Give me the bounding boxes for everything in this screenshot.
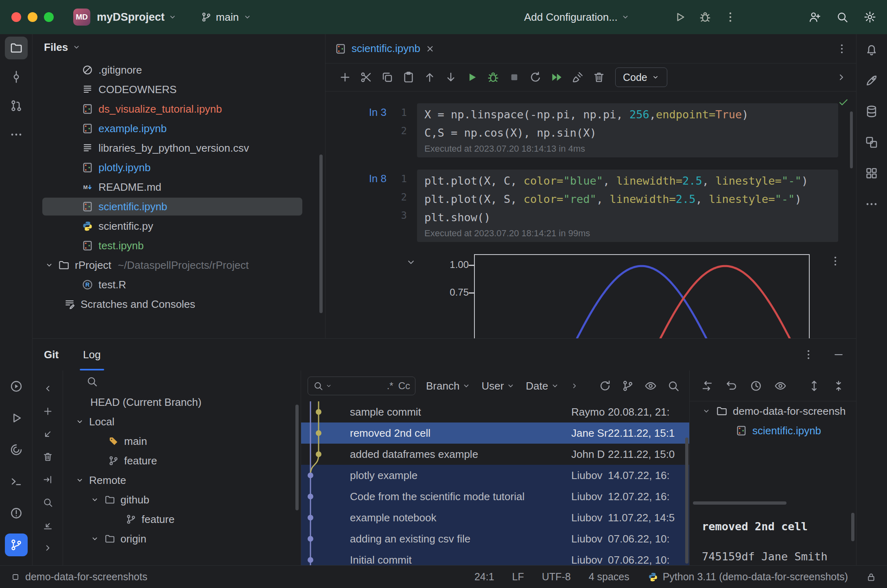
match-case-toggle[interactable]: Cc xyxy=(398,380,410,392)
file-tree-item[interactable]: test.ipynb xyxy=(33,236,325,255)
project-selector[interactable]: myDSproject xyxy=(97,11,177,24)
copy-button[interactable] xyxy=(377,68,398,87)
editor-scrollbar[interactable] xyxy=(850,111,853,168)
commit-row[interactable]: Code from the scientific mode tutorialLi… xyxy=(301,486,689,507)
file-tree-item[interactable]: CODEOWNERS xyxy=(33,80,325,99)
changed-file-row[interactable]: scientific.ipynb xyxy=(690,421,856,440)
structure-tool-button[interactable] xyxy=(861,163,882,184)
notebook-cell[interactable]: In 8123plt.plot(X, C, color="blue", line… xyxy=(326,170,856,242)
branch-item[interactable]: feature xyxy=(63,510,301,529)
trash-button[interactable] xyxy=(588,68,610,87)
file-tree-item[interactable]: libraries_by_python_version.csv xyxy=(33,138,325,158)
chevron-down-icon[interactable] xyxy=(45,261,54,270)
tab-log[interactable]: Log xyxy=(76,339,107,370)
tab-scientific-ipynb[interactable]: scientific.ipynb xyxy=(326,34,444,63)
branch-selector[interactable]: main xyxy=(201,11,252,24)
git-branch-log-button[interactable] xyxy=(618,377,637,395)
search-log-button[interactable] xyxy=(664,377,683,395)
code-cell-editor[interactable]: plt.plot(X, C, color="blue", linewidth=2… xyxy=(417,170,838,242)
broom-button[interactable] xyxy=(567,68,588,87)
commit-row[interactable]: example notebookLiubov11.07.22, 14:5 xyxy=(301,507,689,528)
arrow-into-tool-button[interactable] xyxy=(39,471,57,488)
branch-item[interactable]: Remote xyxy=(63,470,301,490)
indent-setting[interactable]: 4 spaces xyxy=(589,571,629,583)
paste-button[interactable] xyxy=(398,68,419,87)
date-filter[interactable]: Date xyxy=(526,380,559,392)
bell-tool-button[interactable] xyxy=(861,39,882,60)
run-circle-tool-button[interactable] xyxy=(5,375,28,398)
commit-row[interactable]: removed 2nd cellJane Sm22.11.22, 15:1 xyxy=(301,422,689,444)
python-interpreter[interactable]: Python 3.11 (demo-data-for-screenshots) xyxy=(647,571,848,583)
commit-row[interactable]: adding an existing csv fileLiubov07.06.2… xyxy=(301,528,689,549)
stop-button[interactable] xyxy=(504,68,525,87)
details-scrollbar[interactable] xyxy=(851,513,854,541)
database-tool-button[interactable] xyxy=(861,101,882,122)
branch-item[interactable]: Local xyxy=(63,412,301,431)
arrow-dl-tool-button[interactable] xyxy=(39,426,57,442)
collapse-output-icon[interactable] xyxy=(405,257,417,268)
search-tool-button[interactable] xyxy=(39,494,57,510)
problems-tool-button[interactable] xyxy=(5,502,28,525)
file-tree-item[interactable]: MREADME.md xyxy=(33,177,325,197)
commit-row[interactable]: sample commitRaymo20.08.21, 21: xyxy=(301,401,689,422)
file-tree-item[interactable]: Rtest.R xyxy=(33,275,325,294)
restart-button[interactable] xyxy=(525,68,546,87)
arrow-up-button[interactable] xyxy=(419,68,440,87)
regex-toggle[interactable]: .* xyxy=(387,380,393,392)
changed-folder-row[interactable]: demo-data-for-screensh xyxy=(690,401,856,421)
chevron-down-icon[interactable] xyxy=(75,417,84,426)
expand-all-details-button[interactable] xyxy=(805,377,824,395)
chevron-down-icon[interactable] xyxy=(90,495,99,504)
code-with-me-icon[interactable] xyxy=(808,11,821,24)
git-options-icon[interactable] xyxy=(802,348,815,361)
bug-button[interactable] xyxy=(483,68,504,87)
plus-tool-button[interactable] xyxy=(39,403,57,419)
tab-options-icon[interactable] xyxy=(836,43,848,55)
user-filter[interactable]: User xyxy=(481,380,515,392)
lock-icon[interactable] xyxy=(866,572,876,582)
chevron-left-tool-button[interactable] xyxy=(39,380,57,396)
eye-details-button[interactable] xyxy=(771,377,790,395)
run-icon[interactable] xyxy=(673,11,686,24)
file-encoding[interactable]: UTF-8 xyxy=(542,571,571,583)
minimize-window-button[interactable] xyxy=(28,12,37,22)
file-tree-item[interactable]: plotly.ipynb xyxy=(33,158,325,177)
run-configuration-selector[interactable]: Add Configuration... xyxy=(524,0,630,34)
refresh-log-button[interactable] xyxy=(596,377,614,395)
more-actions-icon[interactable] xyxy=(724,11,737,24)
run-all-button[interactable] xyxy=(546,68,567,87)
folder-tool-button[interactable] xyxy=(5,37,28,59)
pull-request-tool-button[interactable] xyxy=(5,94,28,117)
scroll-src-tool-button[interactable] xyxy=(39,517,57,533)
cell-type-dropdown[interactable]: Code xyxy=(615,68,667,87)
commit-tool-button[interactable] xyxy=(5,65,28,88)
git-branch-tool-button[interactable] xyxy=(5,534,28,556)
chevron-down-icon[interactable] xyxy=(90,534,99,543)
commit-row[interactable]: Initial commitLiubov07.06.22, 10: xyxy=(301,549,689,565)
arrow-down-button[interactable] xyxy=(440,68,461,87)
scissors-button[interactable] xyxy=(356,68,377,87)
more-h-tool-button[interactable] xyxy=(861,194,882,215)
caret-position[interactable]: 24:1 xyxy=(474,571,494,583)
branch-search[interactable] xyxy=(63,370,301,392)
more-filters-icon[interactable] xyxy=(570,381,579,390)
chevron-down-icon[interactable] xyxy=(75,476,84,485)
project-icon[interactable]: MD xyxy=(73,9,90,26)
trash-tool-button[interactable] xyxy=(39,449,57,465)
close-window-button[interactable] xyxy=(11,12,21,22)
branch-item[interactable]: HEAD (Current Branch) xyxy=(63,392,301,412)
play-o-tool-button[interactable] xyxy=(5,407,28,429)
eye-log-button[interactable] xyxy=(641,377,660,395)
rocket-tool-button[interactable] xyxy=(861,70,882,91)
project-panel-header[interactable]: Files xyxy=(33,34,325,60)
project-scrollbar[interactable] xyxy=(319,155,323,313)
output-options-icon[interactable] xyxy=(829,255,841,267)
swap-details-button[interactable] xyxy=(698,377,717,395)
maximize-window-button[interactable] xyxy=(44,12,54,22)
file-tree-item[interactable]: scientific.py xyxy=(33,216,325,236)
notebook-cell[interactable]: In 312X = np.linspace(-np.pi, np.pi, 256… xyxy=(326,103,856,157)
branch-item[interactable]: github xyxy=(63,490,301,510)
search-everywhere-icon[interactable] xyxy=(836,11,849,24)
run-cell-button[interactable] xyxy=(461,68,483,87)
status-project[interactable]: demo-data-for-screenshots xyxy=(11,571,147,583)
